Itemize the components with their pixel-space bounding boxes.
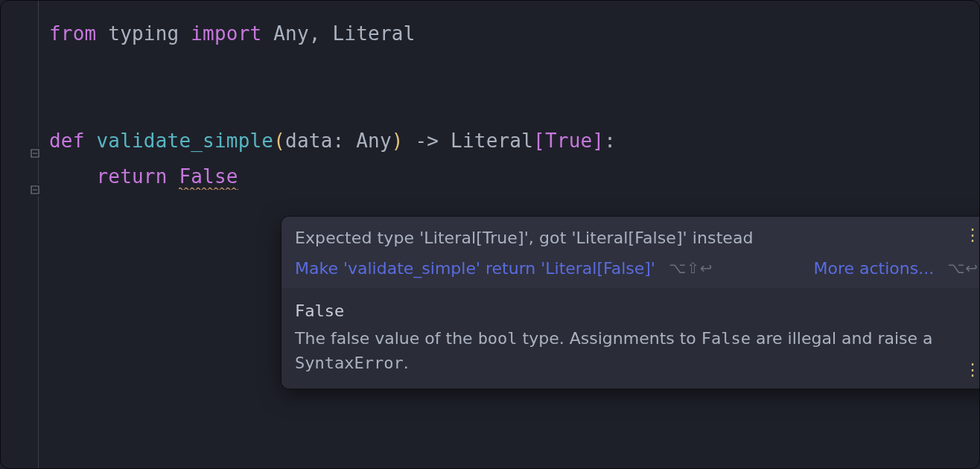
doc-symbol-name: False: [295, 302, 979, 320]
literal-true: True: [545, 130, 592, 152]
indent: [49, 165, 96, 188]
doc-code-syntaxerror: SyntaxError: [295, 354, 404, 372]
doc-text: type. Assignments to: [518, 329, 701, 348]
code-line-4[interactable]: def validate_simple(data: Any) -> Litera…: [42, 123, 979, 159]
arrow: ->: [404, 130, 451, 152]
doc-text: The false value of the: [295, 329, 478, 348]
quickfix-actions-row: Make 'validate_simple' return 'Literal[F…: [295, 259, 979, 278]
return-type: Literal: [451, 130, 533, 152]
import-names: Any, Literal: [273, 22, 415, 45]
documentation-panel: False The false value of the bool type. …: [281, 288, 980, 389]
error-message: Expected type 'Literal[True]', got 'Lite…: [295, 227, 979, 250]
quickfix-link[interactable]: Make 'validate_simple' return 'Literal[F…: [295, 259, 655, 278]
doc-text: .: [404, 354, 409, 372]
doc-code-bool: bool: [478, 329, 518, 348]
keyword-return: return: [96, 165, 167, 188]
code-line-5[interactable]: return False: [42, 159, 979, 194]
def-colon: :: [604, 130, 616, 152]
gutter: [1, 1, 42, 468]
code-line-1[interactable]: from typing import Any, Literal: [42, 16, 979, 51]
module-name: typing: [108, 22, 179, 45]
close-bracket: ]: [592, 130, 604, 152]
function-name: validate_simple: [96, 130, 273, 152]
doc-text: are illegal and raise a: [751, 329, 932, 348]
doc-code-false: False: [701, 329, 751, 348]
code-area[interactable]: from typing import Any, Literal def vali…: [42, 1, 979, 468]
kebab-menu-icon[interactable]: ⋮: [964, 362, 980, 378]
param-type: Any: [344, 130, 391, 152]
gutter-ruler: [38, 1, 39, 468]
close-paren: ): [392, 130, 404, 152]
inspection-popup: Expected type 'Literal[True]', got 'Lite…: [281, 217, 980, 389]
fold-region-start-icon[interactable]: [29, 147, 41, 159]
more-actions-link[interactable]: More actions...: [813, 259, 934, 278]
param-name: data: [285, 130, 332, 152]
return-value-error[interactable]: False: [179, 159, 238, 194]
quickfix-shortcut: ⌥⇧↩: [669, 259, 713, 277]
code-editor[interactable]: from typing import Any, Literal def vali…: [1, 1, 979, 468]
doc-description: The false value of the bool type. Assign…: [295, 326, 979, 375]
code-line-3[interactable]: [42, 87, 979, 123]
keyword-import: import: [191, 22, 261, 45]
open-bracket: [: [533, 130, 545, 152]
code-line-2[interactable]: [42, 51, 979, 87]
keyword-from: from: [49, 22, 96, 45]
inspection-header: Expected type 'Literal[True]', got 'Lite…: [281, 217, 980, 288]
keyword-def: def: [49, 130, 85, 152]
open-paren: (: [273, 130, 285, 152]
param-colon: :: [333, 130, 345, 152]
kebab-menu-icon[interactable]: ⋮: [964, 227, 980, 243]
more-actions-shortcut: ⌥↩: [947, 259, 979, 277]
fold-collapse-icon[interactable]: [29, 184, 41, 196]
